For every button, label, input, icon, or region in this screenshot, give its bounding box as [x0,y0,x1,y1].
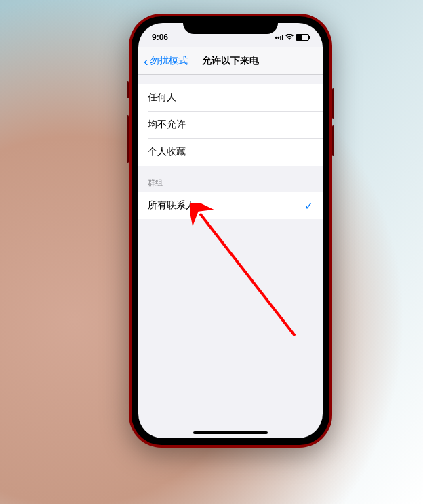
battery-icon [296,34,309,41]
page-title: 允许以下来电 [202,55,259,67]
groups-section-header: 群组 [138,166,323,192]
option-all-contacts[interactable]: 所有联系人 ✓ [138,192,323,219]
back-label: 勿扰模式 [150,55,188,67]
phone-screen: 9:06 ••ıl ‹ 勿扰模式 允许以下来电 [138,23,323,438]
groups-list: 所有联系人 ✓ [138,192,323,219]
back-button[interactable]: ‹ 勿扰模式 [144,54,188,68]
silent-switch [127,81,129,98]
volume-down-button [332,125,334,156]
phone-bezel: 9:06 ••ıl ‹ 勿扰模式 允许以下来电 [132,16,329,445]
status-time: 9:06 [152,33,186,42]
option-label: 任何人 [148,92,176,104]
navigation-bar: ‹ 勿扰模式 允许以下来电 [138,47,323,75]
option-everyone[interactable]: 任何人 [138,84,323,111]
home-indicator[interactable] [193,431,268,434]
option-label: 所有联系人 [148,199,195,212]
back-chevron-icon: ‹ [144,54,148,68]
phone-notch [183,16,278,34]
signal-icon: ••ıl [275,34,283,41]
option-label: 均不允许 [148,119,186,131]
option-favorites[interactable]: 个人收藏 [138,138,323,166]
option-label: 个人收藏 [148,146,186,158]
option-no-one[interactable]: 均不允许 [138,111,323,138]
phone-frame: 9:06 ••ıl ‹ 勿扰模式 允许以下来电 [129,14,332,448]
checkmark-icon: ✓ [304,199,313,212]
power-button [127,115,129,163]
allow-calls-group: 任何人 均不允许 个人收藏 [138,84,323,166]
volume-up-button [332,88,334,119]
wifi-icon [285,34,294,41]
